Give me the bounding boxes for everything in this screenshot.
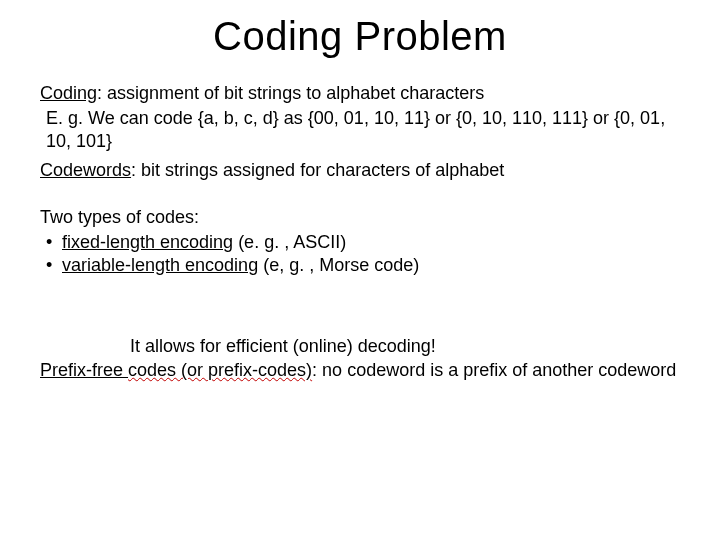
term-codewords: Codewords [40,160,131,180]
definition-codewords: Codewords: bit strings assigned for char… [40,159,680,182]
definition-coding: Coding: assignment of bit strings to alp… [40,82,680,105]
term-prefix-free-b: codes (or prefix-codes) [128,360,312,380]
bullet-fixed: fixed-length encoding (e. g. , ASCII) [62,231,680,254]
slide-body: Coding: assignment of bit strings to alp… [40,82,680,277]
callout-decoding: It allows for efficient (online) decodin… [130,336,436,357]
term-prefix-free-a: Prefix-free [40,360,128,380]
types-list: fixed-length encoding (e. g. , ASCII) va… [40,231,680,277]
bullet-variable-rest: (e, g. , Morse code) [258,255,419,275]
definition-codewords-text: : bit strings assigned for characters of… [131,160,504,180]
term-variable-length: variable-length encoding [62,255,258,275]
definition-coding-text: : assignment of bit strings to alphabet … [97,83,484,103]
bullet-variable: variable-length encoding (e, g. , Morse … [62,254,680,277]
example-line: E. g. We can code {a, b, c, d} as {00, 0… [40,107,680,153]
types-heading: Two types of codes: [40,206,680,229]
term-fixed-length: fixed-length encoding [62,232,233,252]
definition-prefix-free-text: : no codeword is a prefix of another cod… [312,360,676,380]
slide: Coding Problem Coding: assignment of bit… [0,0,720,540]
bullet-fixed-rest: (e. g. , ASCII) [233,232,346,252]
definition-prefix-free: Prefix-free codes (or prefix-codes): no … [40,360,680,381]
term-coding: Coding [40,83,97,103]
slide-title: Coding Problem [0,14,720,59]
